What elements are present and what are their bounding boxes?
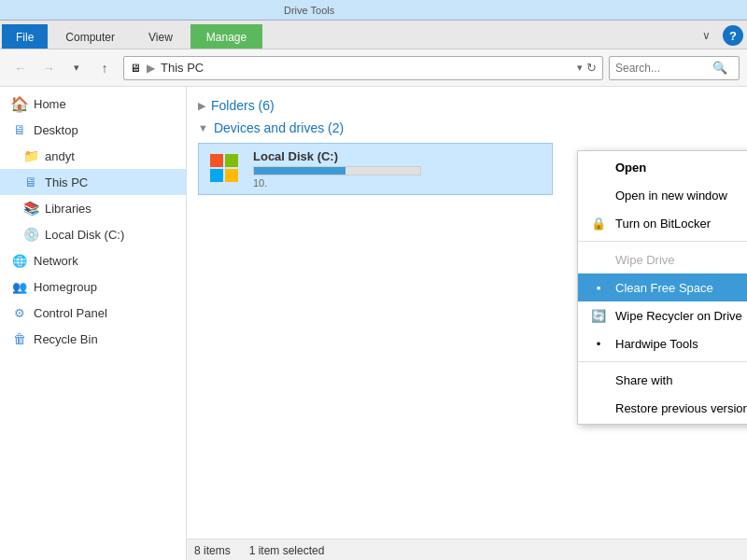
sidebar-item-controlpanel[interactable]: ⚙ Control Panel: [0, 300, 186, 326]
desktop-icon: 🖥: [11, 121, 28, 138]
cm-clean-free[interactable]: ▪ Clean Free Space: [578, 273, 747, 301]
drive-item-c[interactable]: Local Disk (C:) 10.: [198, 143, 553, 195]
cm-restore-label: Restore previous versions: [615, 401, 747, 415]
sidebar-label-home: Home: [34, 97, 66, 111]
sidebar: 🏠 Home 🖥 Desktop 📁 andyt 🖥 This PC 📚 Lib…: [0, 87, 187, 560]
sidebar-label-desktop: Desktop: [34, 123, 78, 137]
devices-section-label: Devices and drives (2): [214, 120, 344, 135]
search-input[interactable]: [615, 62, 709, 75]
svg-rect-1: [225, 154, 238, 167]
cm-share-label: Share with: [615, 373, 672, 387]
drive-name: Local Disk (C:): [253, 149, 544, 163]
cm-hardwipe-label: Hardwipe Tools: [615, 337, 698, 351]
cm-open-new[interactable]: Open in new window: [578, 181, 747, 209]
pc-icon: 🖥: [22, 174, 39, 190]
windows-logo-icon: [210, 154, 240, 184]
cm-wipe-recycler-icon: 🔄: [589, 306, 608, 325]
content-area: ▶ Folders (6) ▼ Devices and drives (2): [187, 87, 747, 560]
address-bar[interactable]: 🖥 ▶ This PC ▾ ↻: [123, 56, 603, 80]
network-icon: 🌐: [11, 252, 28, 269]
controlpanel-icon: ⚙: [11, 304, 28, 321]
address-bar-text: This PC: [161, 61, 573, 75]
folders-section-header[interactable]: ▶ Folders (6): [198, 94, 736, 117]
disk-icon: 💿: [22, 226, 39, 243]
tab-computer[interactable]: Computer: [49, 24, 131, 49]
sidebar-label-recycle: Recycle Bin: [34, 332, 98, 346]
breadcrumb-sep: ▶: [147, 62, 155, 75]
ribbon-collapse-btn[interactable]: ∨: [693, 22, 719, 49]
cm-share-with[interactable]: Share with ▶: [578, 366, 747, 394]
libraries-icon: 📚: [22, 200, 39, 217]
drive-icon-container: [206, 150, 244, 188]
cm-wipe-recycler-label: Wipe Recycler on Drive: [615, 309, 742, 323]
up-btn[interactable]: ↑: [92, 55, 118, 81]
cm-sep1: [578, 241, 747, 242]
svg-rect-3: [225, 169, 238, 182]
sidebar-label-homegroup: Homegroup: [34, 280, 97, 294]
devices-section-header[interactable]: ▼ Devices and drives (2): [198, 117, 736, 139]
ribbon: File Computer View Manage ∨ ?: [0, 21, 747, 49]
svg-rect-2: [210, 169, 223, 182]
home-icon: 🏠: [11, 95, 28, 112]
sidebar-item-home[interactable]: 🏠 Home: [0, 91, 186, 117]
sidebar-item-andyt[interactable]: 📁 andyt: [0, 143, 186, 169]
cm-hardwipe-icon: •: [589, 334, 608, 353]
recycle-icon: 🗑: [11, 330, 28, 347]
drive-size: 10.: [253, 177, 544, 189]
sidebar-item-desktop[interactable]: 🖥 Desktop: [0, 117, 186, 143]
forward-btn[interactable]: →: [35, 55, 62, 81]
sidebar-label-localdisk: Local Disk (C:): [45, 228, 124, 242]
tab-manage[interactable]: Manage: [190, 24, 262, 49]
toolbar: ← → ▾ ↑ 🖥 ▶ This PC ▾ ↻ 🔍: [0, 49, 747, 87]
cm-wipe-drive: Wipe Drive: [578, 245, 747, 273]
devices-arrow: ▼: [198, 122, 208, 133]
sidebar-label-thispc: This PC: [45, 175, 88, 189]
sidebar-item-network[interactable]: 🌐 Network: [0, 247, 186, 273]
sidebar-label-controlpanel: Control Panel: [34, 306, 107, 320]
sidebar-item-localdisk[interactable]: 💿 Local Disk (C:): [0, 221, 186, 247]
back-btn[interactable]: ←: [7, 55, 34, 81]
cm-wipe-label: Wipe Drive: [615, 253, 675, 267]
sidebar-item-thispc[interactable]: 🖥 This PC: [0, 169, 186, 195]
drive-info: Local Disk (C:) 10.: [253, 149, 544, 189]
search-icon: 🔍: [712, 61, 727, 75]
refresh-btn[interactable]: ↻: [586, 61, 597, 75]
title-bar: Drive Tools: [0, 0, 747, 21]
cm-open[interactable]: Open: [578, 153, 747, 181]
drive-bar-fill: [254, 167, 345, 175]
cm-sep2: [578, 361, 747, 362]
sidebar-item-homegroup[interactable]: 👥 Homegroup: [0, 273, 186, 300]
search-box[interactable]: 🔍: [609, 56, 740, 80]
address-pc-icon: 🖥: [130, 62, 141, 75]
cm-open-label: Open: [615, 161, 646, 175]
tab-file[interactable]: File: [2, 24, 48, 49]
folders-arrow: ▶: [198, 100, 205, 112]
cm-open-icon: [589, 158, 608, 176]
title-bar-text: Drive Tools: [284, 5, 334, 16]
status-items-count: 8 items: [194, 544, 231, 557]
folder-icon-andyt: 📁: [22, 147, 39, 164]
cm-wipe-icon: [589, 250, 608, 269]
cm-bitlocker-label: Turn on BitLocker: [615, 217, 711, 231]
folders-section-label: Folders (6): [211, 98, 275, 113]
cm-wipe-recycler[interactable]: 🔄 Wipe Recycler on Drive ▶: [578, 301, 747, 329]
cm-bitlocker-icon: 🔒: [589, 214, 608, 232]
svg-rect-0: [210, 154, 223, 167]
address-dropdown-arrow[interactable]: ▾: [577, 62, 583, 74]
homegroup-icon: 👥: [11, 278, 28, 295]
cm-restore[interactable]: Restore previous versions: [578, 394, 747, 422]
context-menu: Open Open in new window 🔒 Turn on BitLoc…: [577, 150, 747, 425]
cm-clean-icon: ▪: [589, 278, 608, 297]
cm-hardwipe[interactable]: • Hardwipe Tools ▶: [578, 329, 747, 357]
main-layout: 🏠 Home 🖥 Desktop 📁 andyt 🖥 This PC 📚 Lib…: [0, 87, 747, 560]
cm-open-new-label: Open in new window: [615, 189, 727, 203]
recent-btn[interactable]: ▾: [63, 55, 90, 81]
sidebar-item-recycle[interactable]: 🗑 Recycle Bin: [0, 326, 186, 352]
cm-bitlocker[interactable]: 🔒 Turn on BitLocker: [578, 209, 747, 237]
tab-view[interactable]: View: [133, 24, 189, 49]
cm-restore-icon: [589, 399, 608, 417]
sidebar-label-libraries: Libraries: [45, 202, 92, 216]
sidebar-item-libraries[interactable]: 📚 Libraries: [0, 195, 186, 221]
help-btn[interactable]: ?: [723, 25, 743, 46]
cm-open-new-icon: [589, 186, 608, 204]
